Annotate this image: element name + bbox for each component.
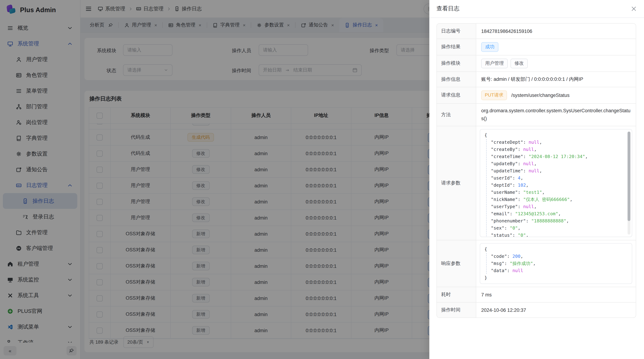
action-tag: 修改 <box>510 59 528 68</box>
code-line: "status": "0", <box>484 232 625 237</box>
code-line: "createTime": "2024-08-12 17:20:34", <box>484 153 625 160</box>
method-value: org.dromara.system.controller.system.Sys… <box>476 103 636 126</box>
code-line: "deptId": 102, <box>484 182 625 189</box>
log-id-value: 1842781986426159106 <box>476 23 636 39</box>
detail-row-module: 操作模块 用户管理 修改 <box>437 55 636 72</box>
code-line: "nickName": "仅本人 密码666666", <box>484 196 625 203</box>
app-root: Plus Admin 概览系统管理用户管理角色管理菜单管理部门管理岗位管理字典管… <box>0 0 644 359</box>
code-line: "userName": "test1", <box>484 189 625 196</box>
cost-value: 7 ms <box>476 287 636 302</box>
drawer-title: 查看日志 <box>436 5 460 12</box>
code-line: "msg": "操作成功", <box>484 260 625 267</box>
request-url: /system/user/changeStatus <box>511 92 570 98</box>
drawer-body: 日志编号 1842781986426159106 操作结果 成功 操作模块 用户… <box>429 18 644 318</box>
detail-row-info: 操作信息 账号: admin / 研发部门 / 0:0:0:0:0:0:0:1 … <box>437 72 636 87</box>
code-line: "userId": 4, <box>484 174 625 182</box>
detail-row-request: 请求信息 PUT请求 /system/user/changeStatus <box>437 87 636 104</box>
detail-row-request-params: 请求参数 {"createDept": null,"createBy": nul… <box>437 126 636 240</box>
module-tag: 用户管理 <box>481 59 508 68</box>
drawer-header: 查看日志 <box>429 0 644 18</box>
detail-row-cost: 耗时 7 ms <box>437 287 636 303</box>
detail-row-op-time: 操作时间 2024-10-06 12:20:37 <box>437 303 636 318</box>
http-method-badge: PUT请求 <box>481 90 507 100</box>
code-line: "phonenumber": "18888888888", <box>484 217 625 225</box>
modal-overlay[interactable] <box>0 0 429 359</box>
response-params-code: {"code": 200,"msg": "操作成功","data": null} <box>480 243 632 284</box>
request-params-code: {"createDept": null,"createBy": null,"cr… <box>480 129 632 237</box>
scrollbar-thumb[interactable] <box>628 132 630 221</box>
code-line: { <box>484 132 625 139</box>
code-line: { <box>484 246 625 253</box>
code-line: "code": 200, <box>484 253 625 260</box>
code-line: "userType": null, <box>484 203 625 210</box>
close-icon[interactable] <box>631 6 637 12</box>
op-time-value: 2024-10-06 12:20:37 <box>476 303 636 318</box>
code-line: "data": null <box>484 267 625 274</box>
detail-row-log-id: 日志编号 1842781986426159106 <box>437 23 636 39</box>
code-line: "sex": "0", <box>484 225 625 232</box>
operator-info-value: 账号: admin / 研发部门 / 0:0:0:0:0:0:0:1 / 内网I… <box>476 72 636 87</box>
code-line: "updateBy": null, <box>484 160 625 167</box>
detail-row-response-params: 响应参数 {"code": 200,"msg": "操作成功","data": … <box>437 240 636 287</box>
code-line: "email": "12345@1253.com", <box>484 210 625 217</box>
code-line: "updateTime": null, <box>484 167 625 174</box>
detail-row-method: 方法 org.dromara.system.controller.system.… <box>437 103 636 126</box>
code-line: "createDept": null, <box>484 139 625 146</box>
code-line: } <box>484 274 625 281</box>
log-detail-table: 日志编号 1842781986426159106 操作结果 成功 操作模块 用户… <box>436 23 636 318</box>
view-log-drawer: 查看日志 日志编号 1842781986426159106 操作结果 成功 操作… <box>429 0 644 359</box>
code-line: "createBy": null, <box>484 146 625 153</box>
detail-row-result: 操作结果 成功 <box>437 39 636 55</box>
status-badge: 成功 <box>481 42 498 52</box>
